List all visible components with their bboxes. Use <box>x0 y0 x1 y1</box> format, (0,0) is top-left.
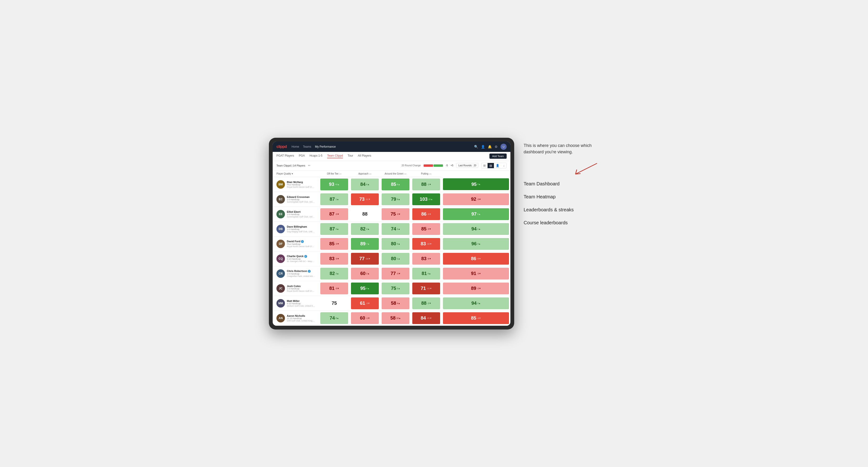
col-header-player[interactable]: Player Quality ▾ <box>273 170 319 177</box>
stat-change: -21▼ <box>427 317 432 319</box>
player-club: Woburn Golf Club, United Kingdom <box>287 305 315 307</box>
stat-change: 9▲ <box>397 198 400 200</box>
view-chart-button[interactable]: 👤 <box>494 163 501 168</box>
col-header-approach[interactable]: Approach — <box>349 170 380 177</box>
player-name: David Ford <box>287 240 315 243</box>
logo[interactable]: clippd <box>276 145 287 149</box>
sub-nav-tour[interactable]: Tour <box>348 154 353 158</box>
stat-cell-putting: 92-3▼ <box>441 192 510 207</box>
last-rounds-button[interactable]: Last Rounds: 20 <box>456 163 478 168</box>
view-toggle: ⊞ ▤ 👤 ↓ <box>481 163 507 168</box>
stat-cell-putting: 91-3▼ <box>441 266 510 281</box>
player-club: Royal North Devon Golf Club, United King… <box>287 290 315 292</box>
table-row[interactable]: JCJosh Coles1-5 HandicapRoyal North Devo… <box>273 281 510 296</box>
table-row[interactable]: ANAaron Nicholls11-15 HandicapDrift Golf… <box>273 311 510 325</box>
stat-value: 84 <box>421 315 426 321</box>
dashboard-option-3: Course leaderboards <box>524 217 599 228</box>
stat-change: +9▲ <box>335 183 339 186</box>
stat-cell-off_tee: 602▲ <box>349 266 380 281</box>
col-header-putting[interactable]: Putting — <box>411 170 441 177</box>
stat-value: 83 <box>329 256 335 261</box>
stat-change: 8▲ <box>336 317 339 319</box>
stat-value: 96 <box>471 241 476 247</box>
stat-cell-quality: 871▲ <box>319 192 349 207</box>
player-handicap: 1-5 Handicap <box>287 287 315 290</box>
stat-cell-approach: 858▲ <box>380 177 411 192</box>
sub-nav-hcaps[interactable]: Hcaps 1-5 <box>309 154 322 158</box>
stat-change: 4▲ <box>366 228 370 230</box>
table-controls-bar: Team Clippd | 14 Players ✏ 20 Round Chan… <box>273 161 510 170</box>
stat-change: -3▼ <box>397 272 401 275</box>
stat-change: -10▼ <box>427 243 432 245</box>
top-navigation: clippd Home Teams My Performance 🔍 👤 🔔 ⚙… <box>273 142 510 152</box>
stat-cell-putting: 975▲ <box>441 207 510 221</box>
player-cell-2: EEElliot Ebert1-5 HandicapSunningdale Go… <box>273 207 319 221</box>
stat-change: -3▼ <box>335 243 339 245</box>
stat-change: -2▼ <box>477 287 481 290</box>
view-download-button[interactable]: ↓ <box>501 163 506 168</box>
stat-value: 88 <box>362 211 368 217</box>
nav-link-teams[interactable]: Teams <box>303 145 311 148</box>
change-bar <box>424 164 443 167</box>
stat-cell-off_tee: 77-14▼ <box>349 251 380 266</box>
table-row[interactable]: CRChris Robertson1-5 HandicapCraigmillar… <box>273 266 510 281</box>
stat-change: -14▼ <box>365 257 371 260</box>
table-row[interactable]: MMMatt Miller6-10 HandicapWoburn Golf Cl… <box>273 296 510 311</box>
table-row[interactable]: DBDave Billingham1-5 HandicapGog Magog G… <box>273 221 510 236</box>
view-table-button[interactable]: ▤ <box>488 163 494 168</box>
table-row[interactable]: CQCharlie Quick6-10 HandicapSt. George's… <box>273 251 510 266</box>
stat-cell-putting: 89-2▼ <box>441 281 510 296</box>
stat-value: 92 <box>471 196 476 202</box>
player-name: Matt Miller <box>287 300 315 302</box>
table-row[interactable]: EEElliot Ebert1-5 HandicapSunningdale Go… <box>273 207 510 221</box>
stat-cell-quality: 87-3▼ <box>319 207 349 221</box>
stat-change: 3▲ <box>397 243 400 245</box>
nav-links: Home Teams My Performance <box>291 145 336 148</box>
sub-nav-all-players[interactable]: All Players <box>358 154 371 158</box>
dashboard-option-2: Leaderboards & streaks <box>524 204 599 215</box>
dashboard-options-list: Team DashboardTeam HeatmapLeaderboards &… <box>524 178 599 228</box>
col-header-around-green[interactable]: Around the Green — <box>380 170 411 177</box>
bell-icon[interactable]: 🔔 <box>488 145 492 149</box>
stat-value: 88 <box>421 301 427 306</box>
verified-badge <box>304 255 307 258</box>
sub-nav-pga[interactable]: PGA <box>299 154 305 158</box>
stat-cell-off_tee: 897▲ <box>349 236 380 251</box>
stat-change: 1▲ <box>336 198 339 200</box>
nav-link-performance[interactable]: My Performance <box>315 145 336 148</box>
stat-cell-putting: 943▲ <box>441 296 510 311</box>
search-icon[interactable]: 🔍 <box>474 145 478 149</box>
table-row[interactable]: DFDavid FordPlus HandicapRoyal North Dev… <box>273 236 510 251</box>
stat-value: 84 <box>360 182 365 187</box>
table-row[interactable]: BMBlair McHargPlus HandicapRoyal North D… <box>273 177 510 192</box>
user-avatar[interactable]: U <box>500 144 507 150</box>
stat-value: 94 <box>471 301 476 306</box>
sub-nav-team-clippd[interactable]: Team Clippd <box>327 154 343 158</box>
table-row[interactable]: ECEdward Crossman1-5 HandicapSunningdale… <box>273 192 510 207</box>
sub-nav-pgat[interactable]: PGAT Players <box>276 154 294 158</box>
player-cell-6: CRChris Robertson1-5 HandicapCraigmillar… <box>273 266 319 281</box>
bar-positive <box>434 164 443 167</box>
stat-change: 1▲ <box>397 257 400 260</box>
change-minus: -5 <box>446 164 448 167</box>
edit-icon[interactable]: ✏ <box>308 164 310 167</box>
view-grid-button[interactable]: ⊞ <box>482 163 488 168</box>
add-team-button[interactable]: Add Team <box>489 154 507 159</box>
stat-value: 89 <box>471 286 476 291</box>
stat-cell-quality: 823▲ <box>319 266 349 281</box>
stat-change: 4▲ <box>336 228 339 230</box>
stat-value: 81 <box>422 271 427 276</box>
player-handicap: 6-10 Handicap <box>287 302 315 305</box>
data-table-wrapper: Player Quality ▾ Off the Tee — Approach … <box>273 170 510 326</box>
stat-cell-off_tee: 60-1▼ <box>349 311 380 325</box>
settings-icon[interactable]: ⚙ <box>495 145 498 149</box>
stat-change: 3▲ <box>477 302 481 305</box>
user-icon[interactable]: 👤 <box>481 145 485 149</box>
player-club: Royal North Devon Golf Club, United King… <box>287 186 315 188</box>
col-header-off-tee[interactable]: Off the Tee — <box>319 170 349 177</box>
annotation-intro: This is where you can choose which dashb… <box>524 143 599 155</box>
nav-link-home[interactable]: Home <box>291 145 299 148</box>
stat-value: 74 <box>330 315 335 321</box>
stat-change: 15▲ <box>428 198 433 200</box>
stat-cell-approach: 752▲ <box>380 281 411 296</box>
